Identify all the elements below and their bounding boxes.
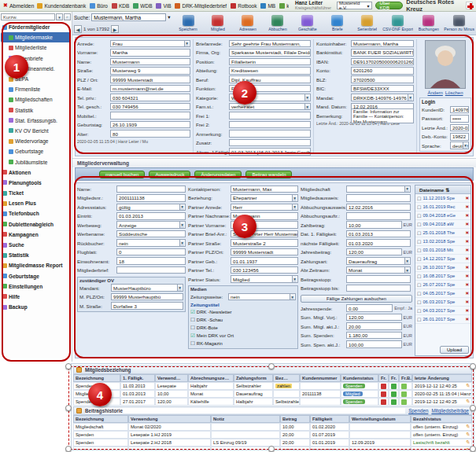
sidebar-item[interactable]: Statistik bbox=[1, 250, 71, 260]
document-row[interactable]: 09.04.2018 aW ✖ bbox=[415, 220, 470, 229]
chevron-down-icon[interactable]: ▾ bbox=[56, 13, 63, 20]
column-header[interactable]: Wertstellungsdatum bbox=[349, 415, 411, 423]
active-icon[interactable] bbox=[391, 399, 397, 405]
column-header[interactable]: Betrag bbox=[280, 415, 310, 423]
delete-icon[interactable]: ✖ bbox=[465, 291, 469, 296]
sidebar-item[interactable]: Lesen Plus bbox=[1, 198, 71, 208]
selection-handle[interactable] bbox=[268, 446, 275, 452]
field-input[interactable]: 19822 bbox=[450, 133, 469, 141]
previous-record-button[interactable]: ◀ bbox=[74, 25, 82, 33]
field-input[interactable]: 0 bbox=[116, 248, 186, 256]
column-header[interactable]: Verwend… bbox=[155, 374, 188, 382]
newspaper-checkbox-item[interactable]: RK-Magazin bbox=[190, 340, 296, 347]
selection-handle[interactable] bbox=[470, 363, 476, 369]
field-input[interactable]: 10,00 bbox=[346, 221, 402, 229]
delete-icon[interactable]: ✖ bbox=[465, 222, 469, 226]
field-input[interactable]: Wirtschaft bbox=[229, 94, 311, 101]
document-row[interactable]: 26.07.2017 Spe ✖ bbox=[415, 281, 470, 289]
column-header[interactable]: Bezeichnung bbox=[73, 374, 120, 382]
field-input[interactable]: Sehr geehrter Herr Mustermann, bbox=[231, 230, 298, 238]
selection-handle[interactable] bbox=[65, 446, 72, 452]
field-input[interactable]: Mustermann bbox=[110, 58, 190, 66]
sidebar-item[interactable]: KV OV Bericht bbox=[1, 126, 71, 136]
delete-icon[interactable]: ✖ bbox=[465, 308, 469, 313]
document-row[interactable]: 06.03.2017 Spe ✖ bbox=[415, 298, 470, 307]
sort-icon[interactable]: ⇅ bbox=[445, 187, 449, 193]
cell-bezeichnung[interactable]: Spenden bbox=[73, 439, 128, 446]
document-link[interactable]: 04.05.2017 Spe bbox=[422, 291, 463, 296]
field-input[interactable]: Dauerauftrag bbox=[346, 257, 411, 265]
column-header[interactable]: Kundenstatus bbox=[341, 374, 378, 382]
document-row[interactable]: 26.10.2017 Spe ✖ bbox=[415, 263, 470, 272]
field-input[interactable]: verheiratet bbox=[229, 103, 311, 111]
document-row[interactable]: 04.05.2017 Spe ✖ bbox=[415, 289, 470, 298]
column-header[interactable]: Fälligkeit bbox=[310, 415, 349, 423]
field-input[interactable] bbox=[346, 285, 411, 292]
delete-icon[interactable]: ✖ bbox=[465, 213, 469, 218]
sidebar-item[interactable]: Mitgliedermaske bbox=[1, 32, 71, 42]
newspaper-checkbox-item[interactable]: DRK -Schau bbox=[190, 316, 296, 324]
column-header[interactable]: Abrechnungsze… bbox=[188, 374, 234, 382]
toolbar-action-button[interactable]: Serienbrief bbox=[352, 13, 382, 34]
app-shortcut-button[interactable]: MB bbox=[260, 3, 275, 9]
field-input[interactable]: 99999 Musterstadt bbox=[231, 248, 298, 256]
book-icon[interactable] bbox=[401, 391, 407, 397]
sidebar-item[interactable]: Jubiläumsliste bbox=[1, 156, 71, 167]
cell-flag-2[interactable] bbox=[389, 382, 399, 390]
delete-icon[interactable]: ✖ bbox=[465, 196, 469, 200]
member-action-button[interactable]: Ausweisdruck bbox=[149, 171, 190, 178]
document-link[interactable]: 11.12.2019 Spe bbox=[422, 196, 463, 200]
about-kdb-button[interactable]: Über KDB bbox=[375, 2, 404, 9]
logout-button[interactable]: ✖ Abmelden bbox=[3, 2, 34, 9]
sidebar-item[interactable]: Hilfe bbox=[1, 292, 71, 302]
field-input[interactable]: Dipl. Kauffrau bbox=[229, 75, 311, 83]
selection-handle[interactable] bbox=[65, 405, 72, 411]
cell-bezeichnung[interactable]: Spenden bbox=[73, 398, 120, 406]
selection-handle[interactable] bbox=[65, 363, 72, 369]
cell-bezeichnung[interactable]: Mitgliedschaft bbox=[73, 446, 128, 450]
cell-bezeichnung[interactable]: Spenden bbox=[73, 382, 120, 390]
organization-select[interactable]: Mustereld e.V. ▾ bbox=[337, 2, 372, 9]
field-input[interactable] bbox=[346, 275, 411, 283]
column-header[interactable]: Fr.B. bbox=[399, 374, 412, 382]
toolbar-action-button[interactable]: Mitglied bbox=[203, 13, 232, 34]
app-shortcut-button[interactable]: kff bbox=[279, 3, 289, 9]
document-row[interactable]: 16.01.2019 Rec ✖ bbox=[415, 203, 470, 211]
sidebar-item[interactable]: Einstellungen bbox=[1, 281, 71, 292]
sidebar-item[interactable]: Dublettenabgleich bbox=[1, 219, 71, 230]
selection-handle[interactable] bbox=[470, 405, 476, 411]
column-header[interactable]: 1. Fälligk. bbox=[120, 374, 155, 382]
app-shortcut-button[interactable]: ViB bbox=[156, 3, 171, 9]
field-input[interactable]: Frau bbox=[110, 40, 190, 48]
sidebar-item[interactable]: Ticket bbox=[1, 188, 71, 198]
newspaper-checkbox-item[interactable]: DRK -Newsletter bbox=[190, 308, 296, 316]
delete-icon[interactable]: ✖ bbox=[465, 282, 469, 287]
edit-icon[interactable] bbox=[465, 383, 470, 389]
field-input[interactable]: 99999 Musterhauptbü bbox=[111, 293, 183, 301]
column-header[interactable]: Verwendung bbox=[128, 415, 211, 423]
search-icon[interactable]: ⌕ bbox=[64, 13, 71, 20]
chevron-down-icon[interactable]: ▾ bbox=[168, 14, 170, 20]
field-input[interactable]: Kreditwesen bbox=[229, 67, 311, 75]
field-input[interactable] bbox=[229, 112, 311, 119]
sidebar-item[interactable]: Backup bbox=[1, 302, 71, 312]
field-input[interactable]: Familie: Information zur Familie — Konta… bbox=[351, 108, 414, 123]
field-input[interactable]: 2020-02-25 bbox=[450, 124, 469, 132]
document-link[interactable]: 06.03.2017 Spe bbox=[422, 299, 463, 304]
sidebar-item[interactable]: Aktionen bbox=[1, 167, 71, 178]
field-input[interactable] bbox=[116, 186, 186, 193]
app-shortcut-button[interactable]: DRK-Mitgliederbrief bbox=[175, 3, 227, 9]
sidebar-item[interactable]: Telefonbuch bbox=[1, 208, 71, 219]
field-input[interactable]: Filialleiterin bbox=[229, 85, 311, 93]
cell-flag-2[interactable] bbox=[389, 390, 399, 398]
column-header[interactable]: Fr. bbox=[389, 374, 399, 382]
sidebar-filter-input[interactable]: Kurzw. bbox=[1, 13, 55, 20]
sidebar-item[interactable]: Wiedervorlage bbox=[1, 136, 71, 146]
field-input[interactable]: Mitglied bbox=[231, 275, 298, 283]
sidebar-item[interactable]: Geburtstage bbox=[1, 271, 71, 281]
history-tab[interactable]: Mitgliedsbeiträge bbox=[431, 408, 469, 413]
column-header[interactable]: Bezahlstatus bbox=[411, 415, 472, 423]
document-link[interactable]: 14.12.2017 Spe bbox=[422, 256, 463, 261]
document-link[interactable]: 13.02.2018 Spe bbox=[422, 239, 463, 244]
field-input[interactable]: 030 749456 bbox=[110, 103, 190, 111]
